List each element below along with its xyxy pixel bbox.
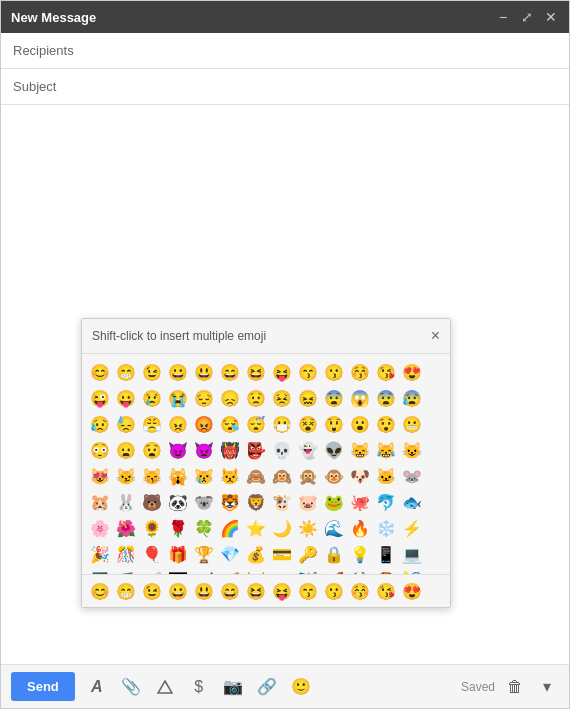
emoji-recent-item[interactable]: 😗: [322, 579, 346, 603]
emoji-item[interactable]: 😹: [374, 438, 398, 462]
emoji-item[interactable]: 😊: [88, 360, 112, 384]
emoji-item[interactable]: 🔒: [322, 542, 346, 566]
emoji-item[interactable]: 😛: [114, 386, 138, 410]
emoji-item[interactable]: 🌺: [114, 516, 138, 540]
emoji-item[interactable]: 😠: [166, 412, 190, 436]
emoji-item[interactable]: 🐵: [322, 464, 346, 488]
emoji-item[interactable]: 🎺: [192, 568, 216, 574]
emoji-item[interactable]: 💀: [270, 438, 294, 462]
emoji-item[interactable]: 😧: [140, 438, 164, 462]
emoji-item[interactable]: 🐸: [322, 490, 346, 514]
emoji-item[interactable]: 😚: [348, 360, 372, 384]
emoji-item[interactable]: 😓: [114, 412, 138, 436]
emoji-item[interactable]: 🌻: [140, 516, 164, 540]
emoji-item[interactable]: 💎: [218, 542, 242, 566]
emoji-item[interactable]: 😾: [218, 464, 242, 488]
emoji-item[interactable]: 😞: [218, 386, 242, 410]
emoji-item[interactable]: 😯: [374, 412, 398, 436]
emoji-recent-item[interactable]: 😁: [114, 579, 138, 603]
emoji-item[interactable]: 😭: [166, 386, 190, 410]
emoji-item[interactable]: 💡: [348, 542, 372, 566]
emoji-item[interactable]: 🌸: [88, 516, 112, 540]
emoji-item[interactable]: 😷: [270, 412, 294, 436]
emoji-item[interactable]: 😖: [296, 386, 320, 410]
emoji-item[interactable]: 👻: [296, 438, 320, 462]
emoji-item[interactable]: 🌙: [270, 516, 294, 540]
expand-button[interactable]: ⤢: [519, 9, 535, 25]
emoji-item[interactable]: 🐹: [88, 490, 112, 514]
emoji-item[interactable]: 😨: [374, 386, 398, 410]
emoji-item[interactable]: 🎻: [218, 568, 242, 574]
emoji-item[interactable]: 🎹: [166, 568, 190, 574]
emoji-recent-item[interactable]: 😙: [296, 579, 320, 603]
emoji-item[interactable]: 🐼: [166, 490, 190, 514]
emoji-recent-item[interactable]: 😚: [348, 579, 372, 603]
emoji-item[interactable]: 🐶: [348, 464, 372, 488]
emoji-recent-item[interactable]: 😆: [244, 579, 268, 603]
emoji-item[interactable]: ⚡: [400, 516, 424, 540]
emoji-item[interactable]: 🍀: [192, 516, 216, 540]
subject-input[interactable]: [73, 79, 557, 94]
emoji-item[interactable]: ⚽: [348, 568, 372, 574]
emoji-item[interactable]: 😍: [400, 360, 424, 384]
emoji-item[interactable]: 🚗: [270, 568, 294, 574]
emoji-item[interactable]: 👺: [244, 438, 268, 462]
emoji-item[interactable]: 😈: [166, 438, 190, 462]
emoji-item[interactable]: 🐱: [374, 464, 398, 488]
emoji-recent-item[interactable]: 😀: [166, 579, 190, 603]
emoji-item[interactable]: 🙀: [166, 464, 190, 488]
emoji-item[interactable]: 😄: [218, 360, 242, 384]
emoji-item[interactable]: 🐷: [296, 490, 320, 514]
emoji-item[interactable]: 🎾: [400, 568, 424, 574]
close-button[interactable]: ✕: [543, 9, 559, 25]
emoji-item[interactable]: 🐻: [140, 490, 164, 514]
emoji-item[interactable]: 🙉: [270, 464, 294, 488]
emoji-popup-close-button[interactable]: ×: [431, 327, 440, 345]
emoji-item[interactable]: 😥: [88, 412, 112, 436]
emoji-item[interactable]: 😮: [348, 412, 372, 436]
emoji-item[interactable]: 🔑: [296, 542, 320, 566]
emoji-recent-item[interactable]: 😝: [270, 579, 294, 603]
emoji-recent-item[interactable]: 😄: [218, 579, 242, 603]
emoji-item[interactable]: 👿: [192, 438, 216, 462]
emoji-item[interactable]: 🖥️: [88, 568, 112, 574]
emoji-item[interactable]: 🚀: [322, 568, 346, 574]
emoji-item[interactable]: 🌈: [218, 516, 242, 540]
recipients-input[interactable]: [74, 43, 557, 58]
emoji-item[interactable]: 📱: [374, 542, 398, 566]
emoji-recent-item[interactable]: 😘: [374, 579, 398, 603]
emoji-item[interactable]: 🐟: [400, 490, 424, 514]
emoji-item[interactable]: 😬: [400, 412, 424, 436]
more-options-icon[interactable]: ▾: [535, 675, 559, 699]
emoji-item[interactable]: ⭐: [244, 516, 268, 540]
emoji-item[interactable]: 🎉: [88, 542, 112, 566]
link-icon[interactable]: 🔗: [255, 675, 279, 699]
emoji-item[interactable]: 🌊: [322, 516, 346, 540]
emoji-item[interactable]: 🐮: [270, 490, 294, 514]
emoji-item[interactable]: 🎵: [114, 568, 138, 574]
emoji-item[interactable]: 😵: [296, 412, 320, 436]
emoji-item[interactable]: 🦁: [244, 490, 268, 514]
emoji-item[interactable]: ☀️: [296, 516, 320, 540]
emoji-item[interactable]: 😿: [192, 464, 216, 488]
emoji-item[interactable]: 😲: [322, 412, 346, 436]
emoji-item[interactable]: 🎁: [166, 542, 190, 566]
emoji-item[interactable]: 🐰: [114, 490, 138, 514]
emoji-item[interactable]: 🌹: [166, 516, 190, 540]
emoji-item[interactable]: 🎈: [140, 542, 164, 566]
emoji-item[interactable]: 😨: [322, 386, 346, 410]
emoji-item[interactable]: 😉: [140, 360, 164, 384]
emoji-item[interactable]: 🐯: [218, 490, 242, 514]
emoji-recent-item[interactable]: 😉: [140, 579, 164, 603]
emoji-item[interactable]: 😴: [244, 412, 268, 436]
emoji-item[interactable]: 🥁: [244, 568, 268, 574]
emoji-item[interactable]: 😡: [192, 412, 216, 436]
emoji-item[interactable]: 😼: [114, 464, 138, 488]
emoji-item[interactable]: 😜: [88, 386, 112, 410]
emoji-item[interactable]: 🙈: [244, 464, 268, 488]
emoji-item[interactable]: 💳: [270, 542, 294, 566]
emoji-item[interactable]: 😀: [166, 360, 190, 384]
emoji-item[interactable]: 😙: [296, 360, 320, 384]
emoji-item[interactable]: 🙊: [296, 464, 320, 488]
emoji-item[interactable]: 😱: [348, 386, 372, 410]
